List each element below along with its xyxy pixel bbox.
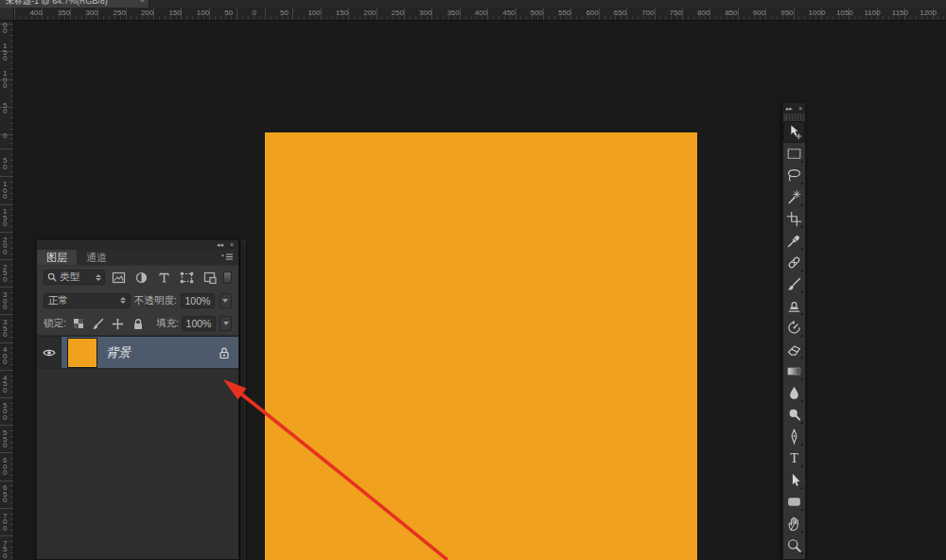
ruler-label: 200 — [141, 9, 153, 17]
opacity-value-field[interactable]: 100% — [181, 293, 215, 308]
fill-value-field[interactable]: 100% — [182, 316, 216, 331]
panel-grip[interactable] — [786, 114, 802, 120]
ruler-label: 300 — [419, 9, 431, 17]
hand-tool-icon[interactable] — [783, 513, 805, 534]
type-filter-icon[interactable] — [155, 270, 173, 285]
tab-layers[interactable]: 图层 — [37, 250, 77, 265]
ruler-label: 950 — [780, 9, 793, 17]
gradient-tool-icon[interactable] — [783, 360, 805, 382]
lock-all-icon[interactable] — [131, 317, 146, 331]
ruler-label: 1200 — [920, 9, 937, 17]
dodge-tool-icon[interactable] — [783, 404, 805, 426]
ruler-label: 100 — [307, 9, 320, 17]
horizontal-ruler[interactable]: 4504003503002502001501005005010015020025… — [0, 8, 946, 21]
ruler-label: 750 — [670, 9, 682, 17]
layer-visibility-cell[interactable] — [37, 337, 61, 368]
ruler-label: 1 0 0 — [3, 182, 7, 201]
shape-filter-icon[interactable] — [178, 270, 196, 285]
ruler-label: 1050 — [836, 9, 853, 17]
eraser-tool-icon[interactable] — [783, 339, 805, 360]
path-selection-tool-icon[interactable] — [783, 469, 805, 491]
ruler-label: 500 — [531, 9, 543, 17]
blend-mode-value: 正常 — [48, 294, 68, 307]
tab-channels[interactable]: 通道 — [77, 250, 116, 265]
blend-mode-dropdown[interactable]: 正常 — [44, 293, 131, 308]
brush-tool-icon[interactable] — [783, 273, 805, 295]
ruler-label: 250 — [114, 9, 126, 17]
ruler-label: 100 — [197, 9, 209, 17]
ruler-label: 7 0 0 — [3, 514, 7, 533]
tab-close-icon[interactable]: × — [140, 0, 145, 5]
ruler-label: 400 — [29, 9, 42, 17]
panel-edge-gutter[interactable] — [239, 239, 247, 560]
ruler-label: 3 0 0 — [3, 292, 7, 311]
eyedropper-tool-icon[interactable] — [783, 230, 805, 252]
ruler-label: 4 5 0 — [3, 376, 7, 394]
ruler-label: 0 — [3, 133, 7, 140]
ruler-label: 5 0 — [3, 102, 7, 114]
document-tab-bar: 未标题-1 @ 64.7%(RGB/8) × — [0, 0, 946, 8]
chevron-up-down-icon — [120, 297, 126, 304]
ruler-label: 6 5 0 — [3, 486, 7, 505]
panel-collapse-icon[interactable]: ◂◂ — [217, 241, 223, 249]
ruler-label: 150 — [168, 9, 181, 17]
panel-expand-icon[interactable]: ▸▸ — [786, 104, 793, 113]
ruler-label: 1 0 0 — [3, 72, 7, 91]
search-icon — [47, 272, 57, 282]
fill-dropdown-button[interactable] — [219, 316, 232, 331]
ruler-label: 3 5 0 — [3, 320, 7, 339]
adjustment-filter-icon[interactable] — [132, 270, 150, 285]
document-tab[interactable]: 未标题-1 @ 64.7%(RGB/8) × — [0, 0, 149, 8]
type-tool-icon[interactable]: T — [783, 447, 805, 469]
layer-row-background[interactable]: 背景 — [37, 336, 238, 369]
layers-panel: ◂◂ × 图层 通道 类型 — [36, 239, 239, 560]
ruler-label: 550 — [558, 9, 570, 17]
fill-value: 100% — [186, 318, 212, 329]
blur-tool-icon[interactable] — [783, 382, 805, 404]
shape-tool-icon[interactable] — [783, 491, 805, 513]
panel-close-icon[interactable]: × — [230, 241, 234, 249]
svg-text:T: T — [790, 450, 798, 465]
eye-icon — [43, 347, 56, 359]
ruler-label: 50 — [224, 9, 233, 17]
move-tool-icon[interactable] — [783, 121, 805, 143]
lasso-tool-icon[interactable] — [783, 165, 805, 186]
lock-row: 锁定: — [37, 312, 238, 336]
panel-close-icon[interactable]: × — [798, 104, 802, 113]
smart-object-filter-icon[interactable] — [201, 270, 219, 285]
marquee-tool-icon[interactable] — [783, 143, 805, 165]
pixel-layers-filter-icon[interactable] — [110, 270, 128, 285]
pen-tool-icon[interactable] — [783, 426, 805, 447]
lock-transparency-icon[interactable] — [71, 317, 86, 331]
ruler-label: 0 — [253, 9, 256, 17]
fill-label: 填充: — [156, 317, 179, 330]
filter-type-dropdown[interactable]: 类型 — [44, 270, 105, 285]
tools-panel: ▸▸ × T — [782, 102, 806, 560]
tool-list: T — [783, 121, 805, 556]
ruler-label: 1 5 0 — [3, 44, 7, 62]
document-canvas[interactable] — [265, 132, 697, 560]
ruler-label: 300 — [85, 9, 97, 17]
layer-name[interactable]: 背景 — [106, 344, 219, 361]
layer-list-empty-area[interactable] — [37, 369, 238, 559]
history-brush-tool-icon[interactable] — [783, 317, 805, 339]
layer-thumbnail[interactable] — [68, 339, 96, 367]
ruler-corner-box[interactable] — [0, 8, 14, 21]
ruler-label: 50 — [280, 9, 289, 17]
spot-healing-tool-icon[interactable] — [783, 252, 805, 273]
zoom-tool-icon[interactable] — [783, 534, 805, 556]
lock-position-icon[interactable] — [111, 317, 126, 331]
ruler-label: 150 — [336, 9, 348, 17]
ruler-label: 400 — [475, 9, 487, 17]
opacity-dropdown-button[interactable] — [219, 293, 232, 308]
lock-pixels-icon[interactable] — [91, 317, 106, 331]
ruler-label: 5 5 0 — [3, 430, 7, 449]
magic-wand-tool-icon[interactable] — [783, 186, 805, 208]
clone-stamp-tool-icon[interactable] — [783, 295, 805, 317]
filter-type-label: 类型 — [60, 271, 93, 284]
panel-menu-icon[interactable] — [220, 253, 234, 262]
ruler-label: 350 — [58, 9, 70, 17]
vertical-ruler[interactable]: 2 0 01 5 01 0 05 005 01 0 01 5 02 0 02 5… — [0, 21, 14, 560]
crop-tool-icon[interactable] — [783, 208, 805, 230]
filter-toggle[interactable] — [223, 271, 232, 284]
